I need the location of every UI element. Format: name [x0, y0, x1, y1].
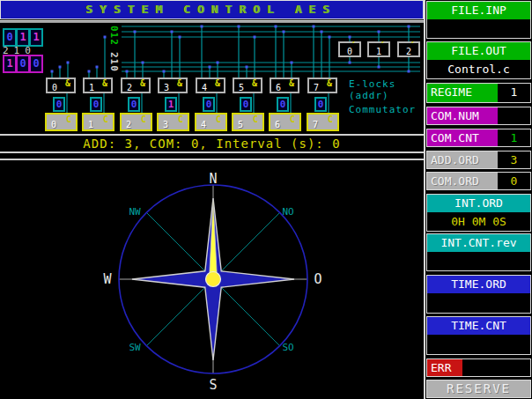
and-operator: & [177, 78, 182, 88]
file-out-value: Control.c [427, 60, 530, 78]
gate-state-digit: 0 [243, 99, 249, 110]
commutator-6[interactable]: 6C [269, 113, 301, 131]
gate-state-7: 0 [314, 97, 327, 112]
elocks-label: E-locks (addr) [349, 78, 424, 101]
com-num-button[interactable]: COM.NUM [427, 107, 498, 124]
commutator-1[interactable]: 1C [82, 113, 115, 131]
int-ord-panel: INT.ORD 0H 0M 0S [426, 194, 531, 232]
gate-state-5: 0 [240, 97, 252, 112]
input-bit-r0-c0[interactable]: 0 [3, 28, 17, 47]
main-area: SYSTEM CONTROL AES 012 210 210 011100 0&… [0, 0, 424, 399]
commutator-c: C [253, 115, 258, 124]
commutator-7[interactable]: 7C [307, 113, 339, 131]
int-cnt-rev-button[interactable]: INT.CNT.rev [427, 234, 530, 252]
time-ord-panel: TIME.ORD [426, 275, 531, 314]
gate-state-digit: 1 [168, 99, 174, 110]
commutator-number: 4 [201, 120, 206, 129]
gate-state-digit: 0 [56, 99, 63, 110]
commutator-c: C [290, 115, 295, 124]
com-cnt-value: 1 [498, 129, 530, 146]
input-bit-r1-c0[interactable]: 1 [3, 55, 17, 73]
reserve-button[interactable]: RESERVE [427, 381, 530, 397]
decoder-circuit-panel: 012 210 210 011100 0&00C1&01C2&02C3&13C4… [0, 23, 424, 134]
gate-number: 7 [314, 83, 319, 92]
and-gate-7: 7& [307, 78, 337, 93]
com-cnt-panel: COM.CNT 1 [426, 129, 531, 147]
gate-number: 1 [89, 83, 94, 92]
and-gate-1: 1& [83, 78, 113, 93]
err-panel: ERR [426, 358, 531, 377]
reserve-panel: RESERVE [426, 380, 531, 398]
time-ord-value [427, 293, 530, 312]
label-east: O [314, 271, 321, 287]
com-ord-value: 0 [498, 173, 530, 189]
elock-tick-icon: ´ [409, 41, 415, 52]
input-bit-r1-c1[interactable]: 0 [16, 55, 30, 73]
gate-number: 2 [127, 83, 132, 92]
gate-state-digit: 0 [318, 99, 324, 110]
commutator-4[interactable]: 4C [195, 113, 227, 131]
commutator-number: 3 [163, 120, 168, 129]
file-inp-button[interactable]: FILE.INP [427, 2, 530, 19]
gate-number: 5 [239, 83, 244, 92]
file-inp-panel: FILE.INP [426, 1, 531, 39]
and-operator: & [102, 78, 107, 88]
commutator-0[interactable]: 0C [45, 113, 78, 131]
label-southeast: SO [282, 342, 293, 353]
err-indicator[interactable]: ERR [427, 359, 462, 376]
and-gate-6: 6& [270, 78, 299, 93]
input-bit-r1-c2[interactable]: 0 [29, 55, 43, 73]
commutator-2[interactable]: 2C [120, 113, 152, 131]
elock-box-2[interactable]: 2´ [397, 41, 420, 57]
int-ord-button[interactable]: INT.ORD [427, 195, 530, 212]
regime-value: 1 [498, 84, 530, 102]
time-ord-button[interactable]: TIME.ORD [427, 276, 530, 293]
commutator-c: C [216, 115, 221, 124]
gate-state-0: 0 [53, 97, 65, 112]
and-gate-5: 5& [233, 78, 262, 93]
and-operator: & [327, 78, 332, 88]
commutator-c: C [66, 115, 71, 124]
elock-box-1[interactable]: 1´ [367, 41, 390, 57]
commutator-number: 2 [126, 120, 131, 129]
gate-state-3: 1 [165, 97, 177, 112]
commutator-number: 1 [88, 120, 93, 129]
label-northeast: NO [282, 206, 293, 218]
input-bit-r0-c1[interactable]: 1 [16, 28, 30, 47]
commutator-5[interactable]: 5C [232, 113, 264, 131]
and-gate-2: 2& [121, 78, 151, 93]
com-ord-button[interactable]: COM.ORD [427, 173, 498, 189]
int-cnt-rev-value [427, 252, 530, 270]
add-ord-value: 3 [498, 151, 530, 168]
commutator-c: C [328, 115, 333, 124]
int-ord-value: 0H 0M 0S [427, 212, 530, 231]
commutator-c: C [141, 115, 146, 124]
elock-box-0[interactable]: 0´ [338, 41, 361, 57]
compass-panel: N S W O NW NO SW SO [0, 159, 424, 399]
commutator-c: C [103, 115, 108, 124]
compass-rose: N S W O NW NO SW SO [0, 160, 424, 399]
gate-state-digit: 0 [93, 99, 100, 110]
and-gate-4: 4& [196, 78, 225, 93]
and-operator: & [140, 78, 145, 88]
commutator-3[interactable]: 3C [157, 113, 189, 131]
commutator-number: 0 [51, 120, 56, 129]
gate-state-digit: 0 [131, 99, 137, 110]
and-gate-3: 3& [158, 78, 188, 93]
and-operator: & [215, 78, 220, 88]
gate-state-4: 0 [203, 97, 215, 112]
time-cnt-panel: TIME.CNT [426, 316, 531, 355]
time-cnt-button[interactable]: TIME.CNT [427, 317, 530, 335]
com-cnt-button[interactable]: COM.CNT [427, 129, 498, 146]
gate-number: 6 [276, 83, 281, 92]
file-out-button[interactable]: FILE.OUT [427, 42, 530, 60]
input-bit-r0-c2[interactable]: 1 [29, 28, 43, 47]
gate-state-1: 0 [90, 97, 102, 112]
gate-state-2: 0 [128, 97, 140, 112]
regime-button[interactable]: REGIME [427, 84, 498, 102]
and-operator: & [65, 78, 70, 88]
title-bar: SYSTEM CONTROL AES [0, 0, 424, 19]
add-ord-button[interactable]: ADD.ORD [427, 151, 498, 168]
compass-hub [206, 272, 221, 287]
time-cnt-value [427, 335, 530, 353]
